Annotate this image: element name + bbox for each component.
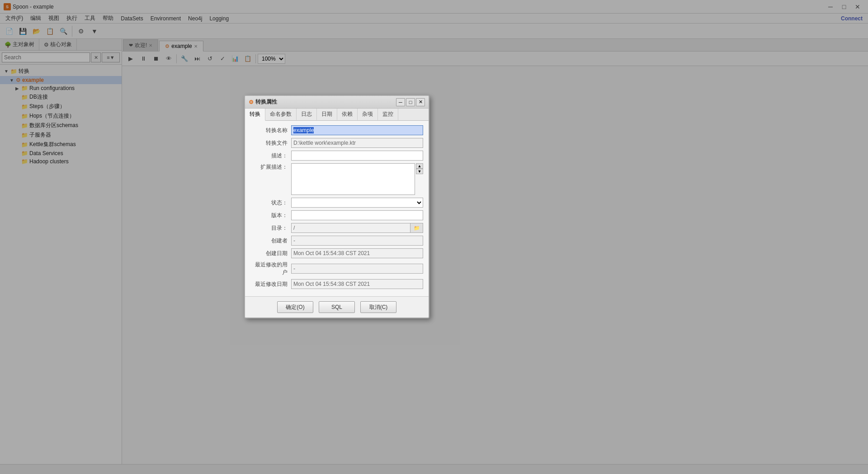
directory-input[interactable] [291, 223, 410, 233]
description-input[interactable] [291, 151, 423, 161]
transform-name-input[interactable] [291, 125, 423, 135]
dialog-tab-named-params[interactable]: 命名参数 [265, 109, 297, 120]
created-date-label: 创建日期 [250, 250, 291, 257]
transform-file-row: 转换文件 [250, 138, 423, 148]
dialog-controls: ─ □ ✕ [396, 98, 425, 106]
dialog-maximize-btn[interactable]: □ [406, 98, 415, 106]
version-row: 版本： [250, 210, 423, 220]
created-date-input [291, 248, 423, 258]
transform-name-row: 转换名称 [250, 125, 423, 135]
status-row: 状态： [250, 198, 423, 208]
directory-label: 目录： [250, 224, 291, 232]
last-modified-date-row: 最近修改日期 [250, 279, 423, 289]
dialog-titlebar: ⚙ 转换属性 ─ □ ✕ [245, 96, 429, 109]
dialog-tab-dependency[interactable]: 依赖 [337, 109, 358, 120]
dialog-title-left: ⚙ 转换属性 [249, 98, 277, 106]
status-select[interactable] [291, 198, 423, 208]
last-modified-by-row: 最近修改的用户 [250, 261, 423, 276]
dialog-cancel-btn[interactable]: 取消(C) [360, 301, 396, 313]
version-label: 版本： [250, 212, 291, 219]
last-modified-date-input [291, 279, 423, 289]
dialog-tab-monitoring[interactable]: 监控 [378, 109, 398, 120]
status-label: 状态： [250, 199, 291, 207]
extended-desc-row: 扩展描述： ▲ ▼ [250, 163, 423, 195]
dialog-minimize-btn[interactable]: ─ [396, 98, 405, 106]
dialog-title-text: 转换属性 [255, 98, 277, 106]
dialog-confirm-btn[interactable]: 确定(O) [277, 301, 313, 313]
dialog-footer: 确定(O) SQL 取消(C) [245, 296, 429, 318]
dialog-sql-btn[interactable]: SQL [319, 301, 355, 313]
created-by-input [291, 236, 423, 246]
textarea-scroll-up[interactable]: ▲ [416, 163, 423, 169]
directory-browse-btn[interactable]: 📁 [410, 223, 423, 233]
dialog-body: 转换名称 转换文件 描述： 扩展描述： ▲ ▼ [245, 121, 429, 296]
created-by-row: 创建者 [250, 236, 423, 246]
transform-file-label: 转换文件 [250, 139, 291, 147]
directory-row: 目录： 📁 [250, 223, 423, 233]
dialog-tabs: 转换 命名参数 日志 日期 依赖 杂项 监控 [245, 109, 429, 121]
created-date-row: 创建日期 [250, 248, 423, 258]
last-modified-date-label: 最近修改日期 [250, 280, 291, 288]
description-label: 描述： [250, 152, 291, 160]
dialog-close-btn[interactable]: ✕ [416, 98, 425, 106]
last-modified-by-input [291, 264, 423, 274]
directory-input-group: 📁 [291, 223, 423, 233]
dialog-tab-log[interactable]: 日志 [297, 109, 317, 120]
transform-properties-dialog: ⚙ 转换属性 ─ □ ✕ 转换 命名参数 日志 日期 依赖 杂项 监控 转换名称 [244, 95, 429, 318]
description-row: 描述： [250, 151, 423, 161]
dialog-tab-date[interactable]: 日期 [317, 109, 337, 120]
extended-desc-label: 扩展描述： [250, 163, 291, 171]
created-by-label: 创建者 [250, 237, 291, 245]
version-input[interactable] [291, 210, 423, 220]
last-modified-by-label: 最近修改的用户 [250, 261, 291, 276]
dialog-title-icon: ⚙ [249, 99, 254, 105]
modal-overlay: ⚙ 转换属性 ─ □ ✕ 转换 命名参数 日志 日期 依赖 杂项 监控 转换名称 [0, 0, 868, 474]
extended-desc-textarea[interactable] [291, 163, 415, 195]
textarea-scroll-down[interactable]: ▼ [416, 169, 423, 174]
transform-file-input[interactable] [291, 138, 423, 148]
dialog-tab-misc[interactable]: 杂项 [358, 109, 378, 120]
transform-name-label: 转换名称 [250, 127, 291, 134]
dialog-tab-transform[interactable]: 转换 [245, 109, 265, 121]
